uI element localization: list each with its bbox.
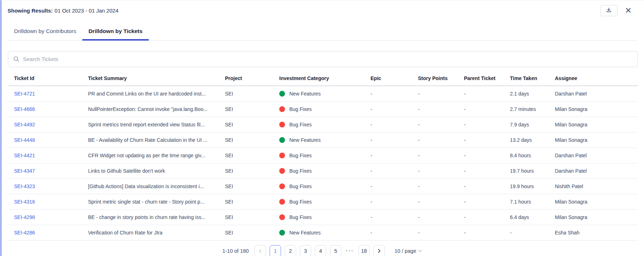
ticket-id-link[interactable]: SEI-4448 bbox=[14, 137, 35, 143]
ticket-summary-cell: BE - change in story points in churn rat… bbox=[88, 209, 225, 225]
assignee-cell: Milan Sonagra bbox=[555, 194, 638, 209]
parent-ticket-cell: - bbox=[464, 178, 510, 194]
category-label: Bug Fixes bbox=[289, 168, 312, 174]
search-box[interactable] bbox=[8, 51, 638, 67]
pagination-range: 1-10 of 180 bbox=[222, 248, 249, 254]
ticket-id-link[interactable]: SEI-4323 bbox=[14, 183, 35, 189]
epic-cell: - bbox=[371, 101, 418, 117]
col-header-time-taken: Time Taken bbox=[510, 70, 555, 86]
project-cell: SEI bbox=[225, 148, 279, 163]
table-row: SEI-4347 Links to Github Satellite don't… bbox=[8, 163, 638, 178]
page-button-5[interactable]: 5 bbox=[330, 245, 341, 256]
page-button-2[interactable]: 2 bbox=[285, 245, 296, 256]
story-points-cell: - bbox=[418, 101, 464, 117]
ticket-summary-cell: Sprint metric single stat - churn rate -… bbox=[88, 194, 225, 209]
ticket-summary-cell: PR and Commit Links on the UI are hardco… bbox=[88, 86, 225, 101]
assignee-cell: Esha Shah bbox=[555, 225, 638, 240]
project-cell: SEI bbox=[225, 117, 279, 132]
story-points-cell: - bbox=[418, 194, 464, 209]
epic-cell: - bbox=[371, 148, 418, 163]
ticket-id-link[interactable]: SEI-4666 bbox=[14, 106, 35, 112]
panel-header: Showing Results:01 Oct 2023 - 01 Jan 202… bbox=[2, 0, 644, 16]
category-dot-icon bbox=[279, 106, 285, 112]
time-taken-cell: 8.4 hours bbox=[510, 148, 555, 163]
category-label: Bug Fixes bbox=[289, 199, 312, 205]
drilldown-panel: Showing Results:01 Oct 2023 - 01 Jan 202… bbox=[0, 0, 644, 256]
time-taken-cell: 2.1 days bbox=[510, 86, 555, 101]
table-row: SEI-4286 Verification of Churn Rate for … bbox=[8, 225, 638, 240]
time-taken-cell: 19.9 hours bbox=[510, 178, 555, 194]
assignee-cell: Nishith Patel bbox=[555, 178, 638, 194]
pagination-ellipsis[interactable]: ••• bbox=[345, 248, 355, 253]
category-dot-icon bbox=[279, 137, 285, 143]
ticket-id-link[interactable]: SEI-4347 bbox=[14, 168, 35, 174]
ticket-summary-cell: CFR Widget not updating as per the time … bbox=[88, 148, 225, 163]
ticket-summary-cell: Verification of Churn Rate for JIra bbox=[88, 225, 225, 240]
page-size-select[interactable]: 10 / page bbox=[394, 248, 423, 254]
page-button-3[interactable]: 3 bbox=[300, 245, 311, 256]
parent-ticket-cell: - bbox=[464, 209, 510, 225]
date-range: 01 Oct 2023 - 01 Jan 2024 bbox=[55, 8, 119, 14]
page-button-18[interactable]: 18 bbox=[358, 245, 370, 256]
story-points-cell: - bbox=[418, 209, 464, 225]
col-header-assignee: Assignee bbox=[555, 70, 638, 86]
ticket-id-link[interactable]: SEI-4721 bbox=[14, 91, 35, 97]
page-button-4[interactable]: 4 bbox=[315, 245, 326, 256]
category-dot-icon bbox=[279, 183, 285, 189]
ticket-id-link[interactable]: SEI-4492 bbox=[14, 122, 35, 127]
project-cell: SEI bbox=[225, 86, 279, 101]
parent-ticket-cell: - bbox=[464, 163, 510, 178]
assignee-cell: Milan Sonagra bbox=[555, 209, 638, 225]
category-dot-icon bbox=[279, 168, 285, 174]
col-header-investment-category: Investment Category bbox=[279, 70, 371, 86]
table-row: SEI-4323 [Github Actions] Data visualiza… bbox=[8, 178, 638, 194]
time-taken-cell: 13.2 days bbox=[510, 132, 555, 148]
ticket-id-link[interactable]: SEI-4421 bbox=[14, 153, 35, 158]
page-button-1[interactable]: 1 bbox=[270, 245, 281, 256]
assignee-cell: Milan Sonagra bbox=[555, 117, 638, 132]
search-input[interactable] bbox=[23, 56, 632, 62]
download-icon bbox=[606, 7, 612, 14]
category-dot-icon bbox=[279, 199, 285, 205]
epic-cell: - bbox=[371, 209, 418, 225]
tickets-table: Ticket Id Ticket Summary Project Investm… bbox=[8, 70, 638, 241]
search-icon bbox=[13, 56, 19, 62]
category-label: Bug Fixes bbox=[289, 106, 312, 112]
category-dot-icon bbox=[279, 214, 285, 220]
time-taken-cell: 6.4 days bbox=[510, 209, 555, 225]
epic-cell: - bbox=[371, 117, 418, 132]
table-header-row: Ticket Id Ticket Summary Project Investm… bbox=[8, 70, 638, 86]
story-points-cell: - bbox=[418, 178, 464, 194]
assignee-cell: Darshan Patel bbox=[555, 86, 638, 101]
table-row: SEI-4666 NullPointerException: Cannot in… bbox=[8, 101, 638, 117]
time-taken-cell: 19.7 hours bbox=[510, 163, 555, 178]
showing-results: Showing Results:01 Oct 2023 - 01 Jan 202… bbox=[8, 5, 118, 14]
col-header-story-points: Story Points bbox=[418, 70, 464, 86]
assignee-cell: Milan Sonagra bbox=[555, 132, 638, 148]
table-row: SEI-4298 BE - change in story points in … bbox=[8, 209, 638, 225]
story-points-cell: - bbox=[418, 148, 464, 163]
epic-cell: - bbox=[371, 163, 418, 178]
category-label: Bug Fixes bbox=[289, 153, 312, 158]
category-label: Bug Fixes bbox=[289, 214, 312, 220]
table-row: SEI-4316 Sprint metric single stat - chu… bbox=[8, 194, 638, 209]
ticket-id-link[interactable]: SEI-4286 bbox=[14, 230, 35, 236]
epic-cell: - bbox=[371, 178, 418, 194]
page-size-value: 10 / page bbox=[395, 248, 416, 254]
project-cell: SEI bbox=[225, 194, 279, 209]
category-label: Bug Fixes bbox=[289, 183, 312, 189]
story-points-cell: - bbox=[418, 225, 464, 240]
ticket-id-link[interactable]: SEI-4298 bbox=[14, 214, 35, 220]
time-taken-cell: 2.7 minutes bbox=[510, 101, 555, 117]
prev-page-button[interactable] bbox=[254, 245, 266, 256]
close-icon[interactable]: ✕ bbox=[625, 6, 632, 15]
pagination: 1-10 of 180 1 2 3 4 5 ••• 18 10 / page bbox=[2, 245, 644, 256]
category-label: New Features bbox=[289, 137, 321, 143]
ticket-id-link[interactable]: SEI-4316 bbox=[14, 199, 35, 205]
next-page-button[interactable] bbox=[373, 245, 385, 256]
parent-ticket-cell: - bbox=[464, 148, 510, 163]
download-button[interactable] bbox=[601, 5, 617, 16]
tab-drilldown-by-contributors[interactable]: Drilldown by Contributors bbox=[8, 24, 82, 41]
tab-drilldown-by-tickets[interactable]: Drilldown by Tickets bbox=[82, 24, 148, 41]
col-header-project: Project bbox=[225, 70, 279, 86]
